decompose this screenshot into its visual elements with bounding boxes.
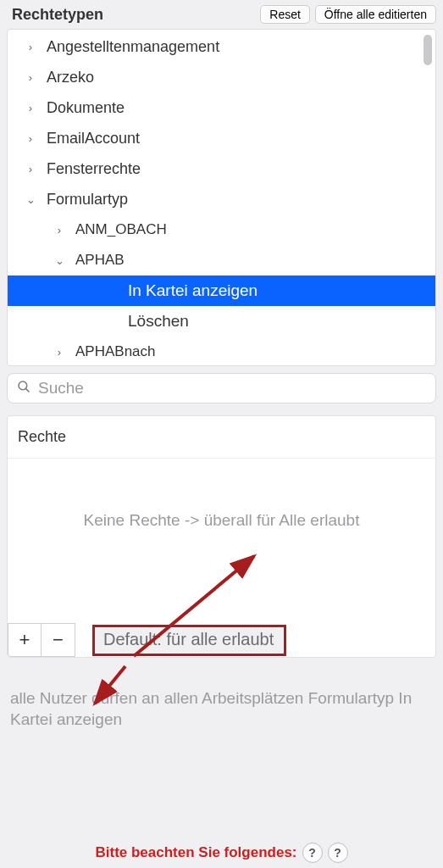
chevron-right-icon: › bbox=[53, 346, 65, 359]
search-field[interactable] bbox=[7, 373, 436, 403]
tree-item-label: Fensterrechte bbox=[47, 160, 141, 178]
help-button-2[interactable]: ? bbox=[328, 843, 348, 863]
tree-item-dokumente[interactable]: ›Dokumente bbox=[8, 92, 435, 123]
help-button-1[interactable]: ? bbox=[302, 843, 323, 863]
svg-line-1 bbox=[25, 388, 29, 392]
tree-item-label: Löschen bbox=[128, 312, 189, 331]
chevron-right-icon: › bbox=[25, 71, 36, 84]
tree-item-angestelltenmanagement[interactable]: ›Angestelltenmanagement bbox=[8, 31, 435, 62]
tree-item-anm-obach[interactable]: ›ANM_OBACH bbox=[8, 214, 435, 245]
chevron-right-icon: › bbox=[25, 102, 36, 114]
chevron-down-icon: ⌄ bbox=[53, 254, 65, 267]
tree-item-label: ANM_OBACH bbox=[75, 221, 167, 238]
tree-item-label: Formulartyp bbox=[47, 191, 128, 209]
tree-item-label: Arzeko bbox=[47, 69, 94, 86]
chevron-down-icon: ⌄ bbox=[25, 193, 36, 206]
chevron-right-icon: › bbox=[53, 224, 65, 236]
plus-icon: + bbox=[19, 629, 30, 651]
search-icon bbox=[16, 379, 31, 398]
reset-button[interactable]: Reset bbox=[260, 5, 310, 24]
default-label-box: Default: für alle erlaubt bbox=[92, 625, 286, 656]
tree-item-arzeko[interactable]: ›Arzeko bbox=[8, 62, 435, 92]
tree-item-fensterrechte[interactable]: ›Fensterrechte bbox=[8, 153, 435, 184]
tree-item-aphab[interactable]: ⌄APHAB bbox=[8, 245, 435, 275]
open-edited-button[interactable]: Öffne alle editierten bbox=[315, 5, 436, 24]
tree-item-label: APHAB bbox=[75, 252, 125, 269]
footer-warning-text: Bitte beachten Sie folgendes: bbox=[95, 844, 296, 861]
scrollbar-thumb[interactable] bbox=[424, 35, 432, 65]
tree-item-in-kartei-anzeigen[interactable]: In Kartei anzeigen bbox=[8, 275, 435, 306]
tree-item-aphabnach[interactable]: ›APHABnach bbox=[8, 337, 435, 366]
add-button[interactable]: + bbox=[8, 623, 42, 657]
tree-item-label: In Kartei anzeigen bbox=[128, 281, 257, 300]
tree-item-emailaccount[interactable]: ›EmailAccount bbox=[8, 123, 435, 153]
rechte-empty-message: Keine Rechte -> überall für Alle erlaubt bbox=[84, 511, 360, 530]
chevron-right-icon: › bbox=[25, 163, 36, 175]
tree-item-label: EmailAccount bbox=[47, 130, 140, 147]
search-input[interactable] bbox=[38, 379, 427, 398]
tree-item-label: Angestelltenmanagement bbox=[47, 38, 219, 56]
chevron-right-icon: › bbox=[25, 41, 36, 53]
chevron-right-icon: › bbox=[25, 132, 36, 145]
minus-icon: − bbox=[53, 629, 64, 651]
rechte-title: Rechte bbox=[8, 416, 435, 459]
remove-button[interactable]: − bbox=[42, 623, 75, 657]
tree-item-l-schen[interactable]: Löschen bbox=[8, 306, 435, 337]
tree-item-label: Dokumente bbox=[47, 99, 125, 117]
tree-item-label: APHABnach bbox=[75, 343, 156, 360]
panel-title: Rechtetypen bbox=[12, 6, 103, 24]
tree-view[interactable]: ›Angestelltenmanagement›Arzeko›Dokumente… bbox=[7, 29, 436, 366]
tree-item-formulartyp[interactable]: ⌄Formulartyp bbox=[8, 184, 435, 214]
description-text: alle Nutzer dürfen an allen Arbeitsplätz… bbox=[7, 688, 415, 730]
